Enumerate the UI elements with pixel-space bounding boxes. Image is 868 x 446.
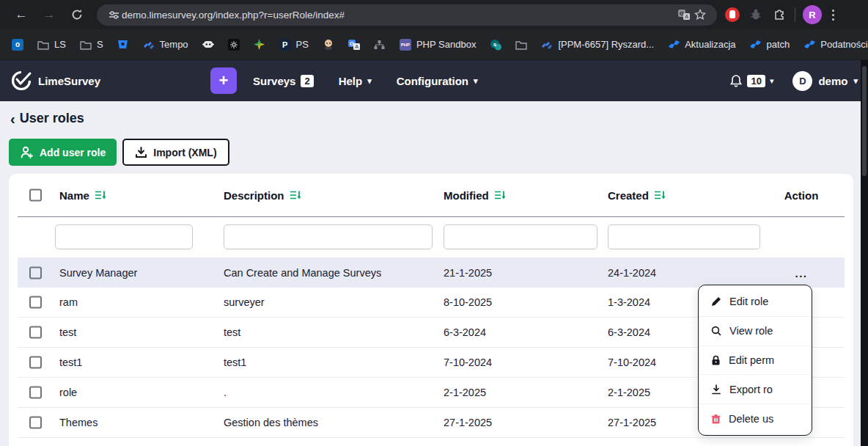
back-chevron-icon[interactable]: ‹ (10, 113, 15, 125)
jenkins-icon (323, 39, 334, 51)
browser-toolbar: ← → demo.limesurvey.org/index.php?r=user… (0, 0, 868, 29)
page-scrollbar[interactable] (861, 60, 868, 446)
page-title[interactable]: ‹ User roles (10, 111, 84, 126)
context-menu-delete-role[interactable]: Delete us (699, 403, 812, 433)
role-created: 24-1-2024 (608, 267, 776, 279)
filter-created-input[interactable] (608, 224, 760, 249)
column-header-modified[interactable]: Modified (444, 189, 605, 202)
header-label: Description (224, 189, 284, 202)
bookmark-folder-plain[interactable] (515, 39, 527, 51)
bookmarks-bar: o LS S Tempo P PS GA PHP PHP Sandbox s (0, 29, 868, 60)
context-menu-label: Export ro (729, 384, 773, 395)
row-actions-button[interactable]: ... (795, 266, 807, 279)
brand-name: LimeSurvey (38, 75, 100, 87)
dark-app-icon (228, 39, 240, 51)
bookmark-ps[interactable]: P PS (279, 39, 309, 51)
php-icon: PHP (400, 39, 411, 51)
row-checkbox[interactable] (29, 326, 42, 339)
filter-description-input[interactable] (224, 224, 433, 249)
select-all-checkbox[interactable] (29, 189, 42, 202)
bookmark-folder-ls[interactable]: LS (37, 39, 66, 51)
row-checkbox[interactable] (29, 266, 42, 279)
user-menu[interactable]: D demo ▾ (792, 71, 858, 91)
bookmark-tree[interactable] (374, 39, 386, 51)
role-modified: 6-3-2024 (444, 326, 605, 338)
p-badge-icon: P (279, 39, 291, 51)
bookmark-podatnosci[interactable]: Podatności (803, 39, 867, 51)
bookmark-sharepoint[interactable]: s (490, 39, 501, 51)
header-label: Modified (444, 189, 489, 202)
extensions-puzzle-icon[interactable] (771, 7, 787, 23)
bookmark-sparkle[interactable] (254, 39, 265, 51)
column-header-description[interactable]: Description (224, 189, 440, 202)
nav-configuration[interactable]: Configuration ▾ (397, 75, 478, 87)
context-menu-label: Edit perm (729, 354, 774, 366)
role-modified: 27-1-2025 (444, 417, 605, 428)
import-download-icon (135, 146, 147, 158)
browser-profile-avatar[interactable]: R (803, 5, 822, 24)
row-checkbox[interactable] (29, 417, 42, 429)
sparkle-icon (254, 39, 265, 51)
bookmark-patch[interactable]: patch (750, 39, 790, 51)
row-checkbox[interactable] (29, 357, 42, 369)
svg-text:s: s (493, 41, 497, 48)
create-survey-button[interactable]: + (210, 67, 237, 94)
page-title-text: User roles (20, 111, 84, 126)
context-menu-edit-role[interactable]: Edit role (699, 288, 812, 316)
notifications-menu[interactable]: 10 ▾ (729, 74, 773, 88)
sort-icon[interactable] (655, 191, 666, 200)
bookmark-folder-s[interactable]: S (80, 39, 103, 51)
page-content: ‹ User roles Add user role Import (XML) … (0, 101, 868, 446)
scrollbar-thumb[interactable] (862, 66, 867, 176)
bookmark-label: Podatności (820, 39, 867, 50)
column-header-created[interactable]: Created (608, 189, 776, 202)
add-user-role-button[interactable]: Add user role (9, 139, 117, 166)
user-avatar: D (792, 71, 812, 91)
address-bar[interactable]: demo.limesurvey.org/index.php?r=userRole… (97, 4, 717, 26)
pencil-icon (711, 296, 721, 307)
context-menu-export-role[interactable]: Export ro (699, 374, 812, 403)
reload-icon[interactable] (66, 4, 88, 26)
import-xml-button[interactable]: Import (XML) (122, 139, 229, 166)
bookmark-translate[interactable]: GA (348, 39, 360, 51)
browser-menu-icon[interactable] (829, 7, 837, 23)
notification-count-badge: 10 (747, 75, 765, 87)
sort-icon[interactable] (290, 191, 301, 200)
adblock-icon[interactable] (724, 7, 740, 23)
filter-modified-input[interactable] (444, 224, 597, 249)
translate-icon[interactable]: GA (676, 7, 692, 23)
context-menu-view-role[interactable]: View role (699, 316, 812, 346)
folder-icon (515, 39, 527, 51)
context-menu-edit-permissions[interactable]: Edit perm (699, 346, 812, 375)
tree-icon (374, 39, 386, 51)
limesurvey-brand[interactable]: LimeSurvey (10, 70, 100, 92)
filter-name-input[interactable] (55, 224, 193, 249)
sort-icon[interactable] (495, 191, 506, 200)
nav-help[interactable]: Help ▾ (339, 75, 372, 87)
bookmark-bitbucket[interactable] (117, 39, 129, 51)
forward-icon[interactable]: → (38, 4, 60, 26)
bookmark-ppm-ticket[interactable]: [PPM-6657] Ryszard... (541, 39, 654, 51)
row-checkbox[interactable] (29, 387, 42, 399)
table-row[interactable]: Survey Manager Can Create and Manage Sur… (18, 257, 845, 288)
back-icon[interactable]: ← (10, 4, 32, 26)
table-filter-row (18, 217, 845, 257)
bookmark-outlook[interactable]: o (12, 39, 23, 51)
url-text[interactable]: demo.limesurvey.org/index.php?r=userRole… (122, 10, 676, 21)
bookmark-robot[interactable] (202, 39, 214, 51)
bookmark-dark-app[interactable] (228, 39, 240, 51)
bookmark-aktualizacja[interactable]: Aktualizacja (668, 39, 735, 51)
bug-extension-icon[interactable] (748, 7, 764, 23)
nav-surveys[interactable]: Surveys 2 (253, 75, 314, 87)
site-info-icon[interactable] (106, 7, 122, 23)
bookmark-tempo[interactable]: Tempo (143, 39, 188, 51)
sort-icon[interactable] (95, 191, 106, 200)
help-label: Help (339, 75, 363, 87)
header-label: Created (608, 189, 649, 202)
surveys-count-badge: 2 (301, 75, 313, 87)
bookmark-php-sandbox[interactable]: PHP PHP Sandbox (400, 39, 476, 51)
row-checkbox[interactable] (29, 296, 42, 309)
column-header-name[interactable]: Name (59, 189, 217, 202)
bookmark-star-icon[interactable] (692, 7, 708, 23)
bookmark-jenkins[interactable] (323, 39, 334, 51)
